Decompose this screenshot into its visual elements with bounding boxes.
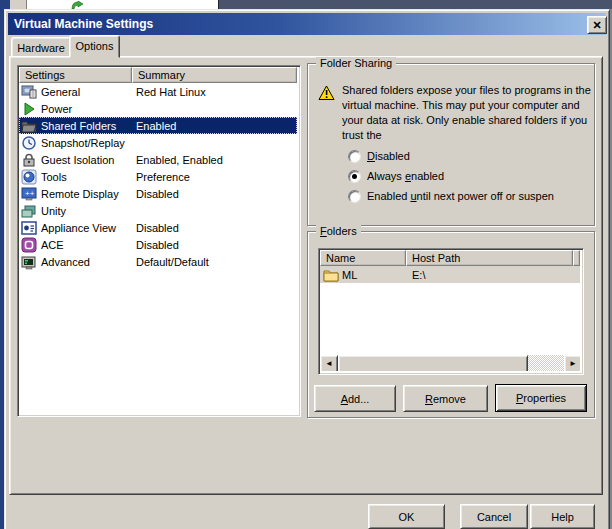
radio-option-disabled[interactable]: Disabled — [348, 149, 586, 163]
settings-row-summary: Disabled — [136, 222, 179, 234]
settings-row-summary: Red Hat Linux — [136, 86, 206, 98]
add-button[interactable]: Add... — [314, 385, 396, 412]
tab-label: Hardware — [17, 42, 65, 54]
properties-button-label: Properties — [516, 392, 566, 404]
settings-row-summary: Enabled — [136, 120, 176, 132]
radio-label: Always enabled — [367, 170, 444, 182]
folder-row-ml[interactable]: ML E:\ — [320, 266, 580, 283]
settings-row-label: Unity — [41, 205, 66, 217]
folders-group-title: Folders — [316, 225, 361, 238]
add-button-label: Add... — [341, 393, 370, 405]
settings-row-summary: Disabled — [136, 188, 179, 200]
ace-icon — [21, 237, 37, 253]
title-bar[interactable]: Virtual Machine Settings — [8, 13, 606, 35]
settings-row-label: Shared Folders — [41, 120, 116, 132]
background-toolbar-icon — [70, 0, 84, 9]
radio-label: Enabled until next power off or suspen — [367, 190, 554, 202]
settings-row-remote-display[interactable]: ++ Remote Display Disabled — [19, 185, 297, 202]
settings-row-label: Guest Isolation — [41, 154, 114, 166]
window-title: Virtual Machine Settings — [8, 17, 153, 31]
properties-button[interactable]: Properties — [495, 384, 587, 412]
folder-icon — [323, 268, 339, 282]
horizontal-scrollbar[interactable]: ◄ ► — [320, 355, 580, 371]
radio-option-enabled-until[interactable]: Enabled until next power off or suspen — [348, 189, 586, 203]
folders-group: Folders Name Host Path ML E:\ ◄ — [307, 231, 595, 418]
column-header-settings[interactable]: Settings — [19, 67, 132, 83]
settings-row-summary: Default/Default — [136, 256, 209, 268]
help-button[interactable]: Help — [530, 504, 595, 529]
remove-button[interactable]: Remove — [403, 385, 488, 412]
folder-sharing-group: Folder Sharing Shared folders expose you… — [307, 63, 595, 226]
settings-row-power[interactable]: Power — [19, 100, 297, 117]
settings-row-unity[interactable]: Unity — [19, 202, 297, 219]
background-fragment — [4, 0, 10, 9]
folder-host-path: E:\ — [412, 269, 425, 281]
settings-row-guest-isolation[interactable]: Guest Isolation Enabled, Enabled — [19, 151, 297, 168]
settings-row-shared-folders[interactable]: Shared Folders Enabled — [19, 117, 297, 134]
settings-row-ace[interactable]: ACE Disabled — [19, 236, 297, 253]
column-header-summary[interactable]: Summary — [132, 67, 297, 83]
radio-label: Disabled — [367, 150, 410, 162]
column-header-host-path[interactable]: Host Path — [406, 250, 573, 266]
general-icon — [21, 84, 37, 100]
folder-name: ML — [342, 269, 357, 281]
background-fragment — [26, 0, 219, 9]
svg-text:++: ++ — [25, 189, 35, 198]
settings-list[interactable]: Settings Summary General Red Hat Linux P… — [17, 65, 301, 417]
remove-button-label: Remove — [425, 393, 466, 405]
folder-sharing-warning-text: Shared folders expose your files to prog… — [342, 83, 592, 145]
screenshot-root: { "colors": { "dialog_bg": "#d4d0c8", "s… — [0, 0, 612, 529]
ok-button[interactable]: OK — [368, 504, 445, 529]
settings-row-summary: Preference — [136, 171, 190, 183]
help-button-label: Help — [551, 511, 574, 523]
settings-row-summary: Disabled — [136, 239, 179, 251]
radio-icon[interactable] — [348, 190, 361, 203]
column-header-filler — [573, 250, 580, 266]
tools-icon — [21, 169, 37, 185]
tab-label: Options — [76, 40, 114, 52]
settings-row-label: Tools — [41, 171, 67, 183]
folders-table[interactable]: Name Host Path ML E:\ ◄ ► — [318, 248, 584, 375]
settings-row-appliance-view[interactable]: Appliance View Disabled — [19, 219, 297, 236]
close-button[interactable]: ✕ — [587, 16, 607, 34]
settings-row-label: Remote Display — [41, 188, 119, 200]
settings-row-summary: Enabled, Enabled — [136, 154, 223, 166]
settings-row-label: General — [41, 86, 80, 98]
radio-option-always-enabled[interactable]: Always enabled — [348, 169, 586, 183]
shared-folders-icon — [21, 118, 37, 134]
settings-row-advanced[interactable]: Advanced Default/Default — [19, 253, 297, 270]
cancel-button[interactable]: Cancel — [460, 504, 528, 529]
settings-row-label: Advanced — [41, 256, 90, 268]
settings-row-label: ACE — [41, 239, 64, 251]
remote-display-icon: ++ — [21, 186, 37, 202]
scroll-right-button[interactable]: ► — [564, 355, 580, 371]
warning-triangle-icon — [318, 85, 335, 101]
folder-sharing-group-title: Folder Sharing — [316, 57, 396, 70]
guest-isolation-icon — [21, 152, 37, 168]
settings-row-label: Snapshot/Replay — [41, 137, 125, 149]
cancel-button-label: Cancel — [477, 511, 511, 523]
radio-icon-selected[interactable] — [348, 170, 361, 183]
settings-row-label: Power — [41, 103, 72, 115]
tab-options[interactable]: Options — [69, 35, 120, 58]
radio-icon[interactable] — [348, 150, 361, 163]
settings-row-tools[interactable]: Tools Preference — [19, 168, 297, 185]
power-icon — [21, 101, 37, 117]
advanced-icon — [21, 254, 37, 270]
settings-row-snapshot-replay[interactable]: Snapshot/Replay — [19, 134, 297, 151]
ok-button-label: OK — [399, 511, 415, 523]
snapshot-replay-icon — [21, 135, 37, 151]
column-header-name[interactable]: Name — [320, 250, 406, 266]
appliance-view-icon — [21, 220, 37, 236]
scroll-left-button[interactable]: ◄ — [320, 355, 338, 371]
settings-row-general[interactable]: General Red Hat Linux — [19, 83, 297, 100]
background-top-strip — [4, 0, 612, 9]
unity-icon — [21, 203, 37, 219]
close-icon: ✕ — [592, 20, 601, 30]
settings-row-label: Appliance View — [41, 222, 116, 234]
virtual-machine-settings-dialog: Virtual Machine Settings ✕ Hardware Opti… — [4, 9, 610, 529]
scrollbar-thumb[interactable] — [338, 355, 528, 371]
background-fragment — [218, 0, 612, 9]
